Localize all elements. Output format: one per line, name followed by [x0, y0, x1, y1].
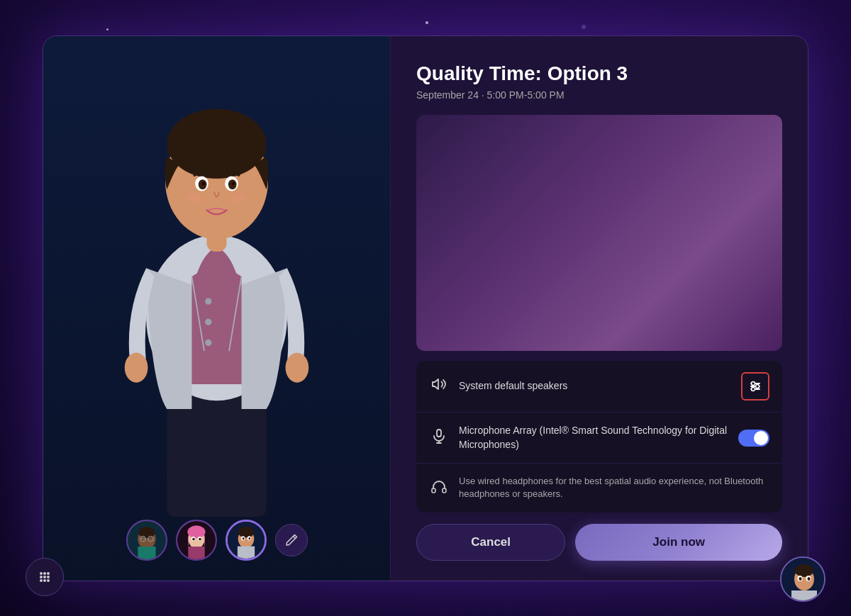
svg-point-67 — [808, 577, 811, 581]
speakers-row: System default speakers — [416, 361, 782, 413]
svg-point-11 — [186, 192, 202, 202]
svg-point-44 — [756, 384, 760, 388]
svg-point-4 — [167, 108, 266, 178]
svg-point-16 — [205, 318, 211, 325]
headphones-icon — [429, 478, 449, 498]
svg-point-30 — [192, 537, 195, 540]
avatar-main-preview — [43, 36, 390, 517]
svg-point-45 — [752, 387, 755, 391]
spatial-audio-tip: Use wired headphones for the best spatia… — [459, 475, 769, 500]
avatar-svg — [43, 36, 390, 517]
svg-rect-21 — [138, 547, 155, 559]
user-avatar-button[interactable] — [780, 556, 825, 602]
avatar-thumb-2[interactable] — [176, 520, 217, 561]
microphone-icon — [429, 428, 449, 447]
action-buttons: Cancel Join now — [416, 524, 782, 561]
svg-point-12 — [230, 192, 247, 202]
svg-point-62 — [795, 564, 813, 577]
microphone-toggle[interactable] — [738, 430, 769, 447]
event-preview-area — [416, 115, 782, 351]
edit-avatar-button[interactable] — [275, 524, 308, 556]
svg-point-54 — [40, 576, 43, 578]
event-date: September 24 · 5:00 PM-5:00 PM — [416, 89, 782, 101]
speaker-icon — [429, 376, 449, 396]
svg-point-9 — [201, 181, 205, 185]
avatar-panel — [43, 36, 391, 581]
star-3 — [425, 21, 428, 24]
dot-2 — [582, 25, 586, 29]
edit-icon — [284, 533, 299, 547]
cancel-button[interactable]: Cancel — [416, 524, 565, 561]
modal-container: Quality Time: Option 3 September 24 · 5:… — [43, 35, 808, 581]
svg-point-15 — [205, 298, 211, 304]
right-panel: Quality Time: Option 3 September 24 · 5:… — [391, 36, 808, 581]
svg-point-10 — [232, 181, 235, 185]
star-1 — [106, 28, 109, 30]
svg-point-17 — [205, 339, 211, 345]
sliders-icon — [748, 379, 762, 393]
svg-point-58 — [43, 579, 46, 582]
svg-point-34 — [238, 526, 254, 537]
svg-rect-35 — [237, 546, 254, 558]
svg-point-56 — [47, 576, 50, 578]
svg-rect-46 — [437, 430, 441, 437]
avatar-thumb-1[interactable] — [126, 520, 167, 561]
spatial-audio-row: Use wired headphones for the best spatia… — [416, 464, 782, 512]
svg-point-59 — [47, 579, 50, 582]
audio-settings: System default speakers — [416, 361, 782, 513]
svg-point-13 — [125, 352, 148, 382]
svg-rect-27 — [188, 547, 204, 559]
audio-settings-button[interactable] — [741, 372, 769, 401]
grid-icon — [37, 569, 52, 585]
svg-point-38 — [242, 537, 244, 539]
svg-point-20 — [138, 527, 155, 538]
svg-point-31 — [199, 537, 201, 540]
svg-point-66 — [799, 577, 802, 581]
svg-point-14 — [286, 352, 309, 382]
svg-rect-50 — [443, 488, 446, 493]
svg-point-39 — [248, 537, 250, 539]
event-title: Quality Time: Option 3 — [416, 62, 782, 86]
microphone-label: Microphone Array (Intel® Smart Sound Tec… — [459, 424, 728, 452]
avatar-thumbnails — [126, 520, 308, 561]
svg-point-57 — [40, 579, 43, 582]
svg-point-55 — [43, 576, 46, 578]
svg-point-26 — [187, 525, 205, 538]
svg-rect-49 — [432, 488, 435, 493]
svg-point-51 — [40, 572, 43, 575]
svg-point-52 — [43, 572, 46, 575]
avatar-thumb-3[interactable] — [226, 520, 267, 561]
join-now-button[interactable]: Join now — [575, 524, 782, 561]
speakers-label: System default speakers — [459, 379, 731, 393]
menu-grid-button[interactable] — [26, 558, 64, 596]
svg-point-53 — [47, 572, 50, 575]
microphone-row: Microphone Array (Intel® Smart Sound Tec… — [416, 413, 782, 464]
svg-point-43 — [752, 381, 755, 385]
